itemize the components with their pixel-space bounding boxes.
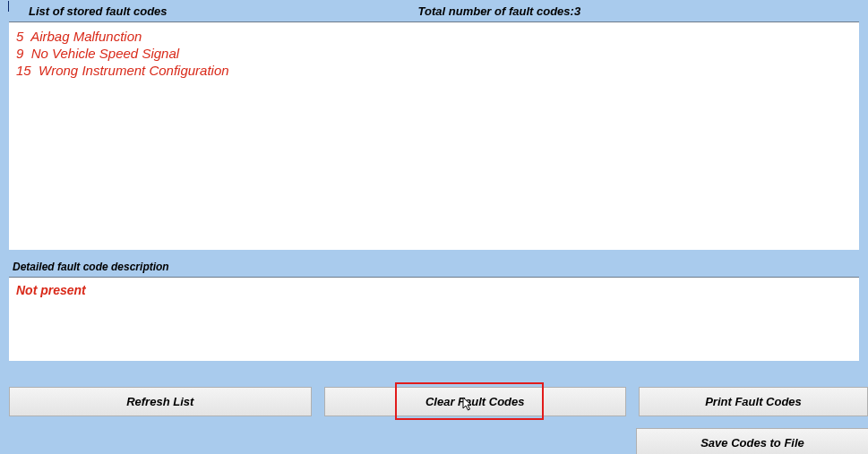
fault-row[interactable]: 9 No Vehicle Speed Signal bbox=[16, 45, 852, 62]
list-header-label: List of stored fault codes bbox=[29, 4, 168, 18]
refresh-list-button[interactable]: Refresh List bbox=[9, 387, 312, 416]
list-header: List of stored fault codes Total number … bbox=[0, 0, 868, 21]
clear-fault-codes-button[interactable]: Clear Fault Codes bbox=[324, 387, 627, 416]
caret-marker bbox=[8, 1, 9, 12]
clear-button-wrap: Clear Fault Codes bbox=[324, 387, 627, 416]
fault-row[interactable]: 5 Airbag Malfunction bbox=[16, 28, 852, 45]
button-row: Refresh List Clear Fault Codes Print Fau… bbox=[9, 387, 868, 416]
description-text: Not present bbox=[16, 283, 852, 297]
description-section-label: Detailed fault code description bbox=[13, 261, 859, 273]
total-count-label: Total number of fault codes:3 bbox=[418, 4, 581, 18]
print-fault-codes-button[interactable]: Print Fault Codes bbox=[639, 387, 868, 416]
description-panel[interactable]: Not present bbox=[9, 277, 859, 361]
save-codes-to-file-button[interactable]: Save Codes to File bbox=[636, 428, 868, 454]
fault-codes-list[interactable]: 5 Airbag Malfunction 9 No Vehicle Speed … bbox=[9, 21, 859, 250]
fault-row[interactable]: 15 Wrong Instrument Configuration bbox=[16, 62, 852, 79]
